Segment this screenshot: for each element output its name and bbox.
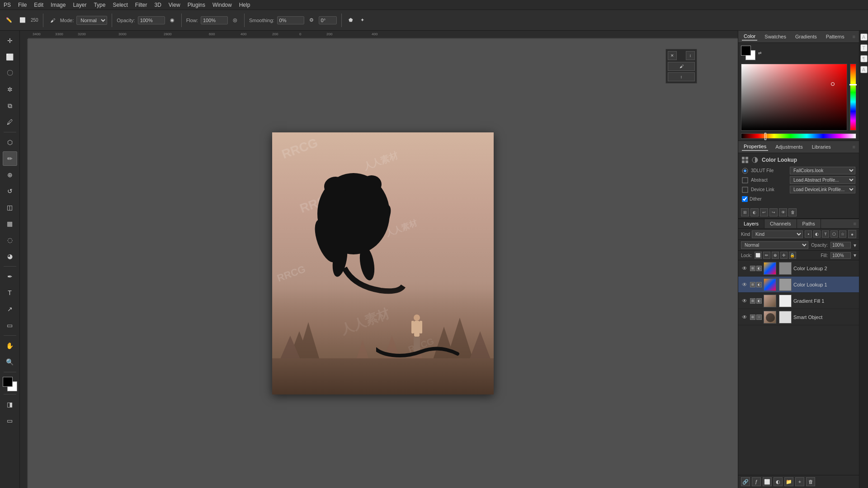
tab-gradients[interactable]: Gradients xyxy=(793,33,819,40)
filter-type[interactable]: T xyxy=(822,230,829,238)
filter-smart[interactable]: ☆ xyxy=(839,230,846,238)
menu-edit[interactable]: Edit xyxy=(34,2,43,8)
icon-strip-btn-1[interactable]: A xyxy=(860,33,868,41)
blend-mode-select[interactable]: Normal Multiply Screen Overlay xyxy=(76,16,107,25)
tab-properties[interactable]: Properties xyxy=(742,143,768,151)
layer-visibility-eye[interactable]: 👁 xyxy=(741,281,748,288)
delete-layer-btn[interactable]: 🗑 xyxy=(806,477,815,486)
filter-toggle-btn[interactable]: ● xyxy=(848,230,856,238)
icon-strip-btn-4[interactable]: A xyxy=(860,66,868,73)
clone-tool[interactable]: ⊕ xyxy=(3,168,17,182)
layer-effects-btn[interactable]: ƒ xyxy=(752,477,761,486)
new-adjustment-btn[interactable]: ◐ xyxy=(774,477,783,486)
smoothing-settings[interactable]: ⚙ xyxy=(307,16,316,24)
color-gradient-field[interactable] xyxy=(741,64,847,131)
menu-view[interactable]: View xyxy=(169,2,180,8)
opacity-arrow[interactable]: ▾ xyxy=(854,242,856,249)
extra-btn[interactable]: ✦ xyxy=(358,16,367,24)
adj-icon-2[interactable]: ◐ xyxy=(750,208,759,216)
menu-filter[interactable]: Filter xyxy=(135,2,147,8)
opacity-input-layers[interactable] xyxy=(830,242,851,249)
tab-color[interactable]: Color xyxy=(742,33,757,41)
menu-help[interactable]: Help xyxy=(239,2,250,8)
tab-swatches[interactable]: Swatches xyxy=(763,33,788,40)
lock-paint[interactable]: ✏ xyxy=(763,252,770,259)
lasso-tool[interactable]: 〇 xyxy=(3,66,17,80)
abstract-select[interactable]: Load Abstract Profile... xyxy=(790,176,855,184)
screen-mode-btn[interactable]: ▭ xyxy=(3,413,17,428)
tab-layers[interactable]: Layers xyxy=(738,219,764,228)
filter-shape[interactable]: ⬡ xyxy=(830,230,838,238)
hue-strip[interactable] xyxy=(850,64,856,131)
shape-tool[interactable]: ▭ xyxy=(3,318,17,333)
smoothing-input[interactable]: 0% xyxy=(277,16,304,24)
dither-label[interactable]: Dither xyxy=(750,197,762,202)
layer-mask-btn[interactable]: ⬜ xyxy=(763,477,772,486)
icon-strip-btn-2[interactable]: T xyxy=(860,44,868,52)
flow-toggle[interactable]: ◎ xyxy=(231,16,240,24)
eraser-tool[interactable]: ◫ xyxy=(3,200,17,215)
abstract-checkbox-icon[interactable] xyxy=(742,177,748,183)
panel-menu-btn[interactable]: ≡ xyxy=(853,34,855,39)
lock-all[interactable]: 🔒 xyxy=(789,252,796,259)
menu-ps[interactable]: PS xyxy=(4,2,11,8)
link-layers-btn[interactable]: 🔗 xyxy=(741,477,750,486)
symmetry-btn[interactable]: ⬟ xyxy=(346,16,355,24)
pen-tool[interactable]: ✒ xyxy=(3,269,17,284)
new-layer-btn[interactable]: + xyxy=(795,477,804,486)
kind-select[interactable]: Kind Name Effect Mode Attribute Color Sm… xyxy=(752,230,803,238)
tab-paths[interactable]: Paths xyxy=(797,219,821,228)
lut-select[interactable]: FallColors.look xyxy=(790,167,855,174)
adj-icon-undo[interactable]: ↩ xyxy=(760,208,768,216)
flow-input[interactable]: 100% xyxy=(201,16,228,24)
color-swatches[interactable] xyxy=(3,377,17,391)
filter-adj[interactable]: ◐ xyxy=(813,230,821,238)
layer-row[interactable]: 👁 ⊞ ◐ Color Lookup 2 xyxy=(738,260,859,277)
airbrush-toggle[interactable]: ◉ xyxy=(168,16,177,24)
menu-layer[interactable]: Layer xyxy=(73,2,86,8)
fill-input[interactable] xyxy=(830,252,851,259)
dodge-tool[interactable]: ◕ xyxy=(3,249,17,263)
fg-swatch-large[interactable] xyxy=(741,46,751,56)
swap-colors-icon[interactable]: ⇄ xyxy=(758,51,762,55)
menu-window[interactable]: Window xyxy=(212,2,232,8)
icon-strip-btn-3[interactable]: ¶ xyxy=(860,55,868,62)
menu-plugins[interactable]: Plugins xyxy=(188,2,205,8)
adj-icon-redo[interactable]: ↪ xyxy=(769,208,778,216)
lock-artboard[interactable]: ⊕ xyxy=(772,252,779,259)
filter-pixel[interactable]: ▪ xyxy=(805,230,812,238)
hand-tool[interactable]: ✋ xyxy=(3,338,17,353)
angle-input[interactable]: 0° xyxy=(319,16,337,24)
devicelink-checkbox-icon[interactable] xyxy=(742,187,748,193)
layer-visibility-eye[interactable]: 👁 xyxy=(741,265,748,272)
gradient-tool[interactable]: ▦ xyxy=(3,216,17,231)
layer-visibility-eye[interactable]: 👁 xyxy=(741,314,748,321)
prop-menu-btn[interactable]: ≡ xyxy=(853,144,855,150)
tab-libraries[interactable]: Libraries xyxy=(810,143,833,150)
opacity-input[interactable]: 100% xyxy=(138,16,165,24)
text-tool[interactable]: T xyxy=(3,286,17,300)
dither-checkbox[interactable] xyxy=(742,196,748,202)
lock-transparent[interactable]: ⬜ xyxy=(755,252,762,259)
tab-adjustments[interactable]: Adjustments xyxy=(774,143,805,150)
adj-icon-eye[interactable]: 👁 xyxy=(779,208,787,216)
move-tool[interactable]: ✛ xyxy=(3,33,17,48)
quick-mask-btn[interactable]: ◨ xyxy=(3,397,17,412)
menu-type[interactable]: Type xyxy=(94,2,105,8)
layer-row[interactable]: 👁 ⊞ ◐ Color Lookup 1 xyxy=(738,277,859,293)
menu-3d[interactable]: 3D xyxy=(154,2,161,8)
layer-blend-select[interactable]: Normal Multiply Screen Overlay xyxy=(741,241,808,249)
marquee-tool[interactable]: ⬜ xyxy=(3,50,17,64)
eyedropper-tool[interactable]: 🖊 xyxy=(3,115,17,129)
layer-row[interactable]: 👁 ⊞ ☆ Smart Object xyxy=(738,309,859,325)
blur-tool[interactable]: ◌ xyxy=(3,233,17,247)
fg-bg-swatches[interactable] xyxy=(741,46,755,60)
toggle-brush-btn[interactable]: ⬜ xyxy=(17,16,28,24)
history-brush[interactable]: ↺ xyxy=(3,184,17,198)
adj-icon-1[interactable]: ⊞ xyxy=(741,208,749,216)
foreground-color-swatch[interactable] xyxy=(3,377,13,387)
color-spectrum-strip[interactable] xyxy=(741,133,856,139)
brush-tool-icon[interactable]: ✏️ xyxy=(4,16,14,24)
devicelink-select[interactable]: Load DeviceLink Profile... xyxy=(790,186,855,193)
lock-position[interactable]: ✛ xyxy=(780,252,788,259)
